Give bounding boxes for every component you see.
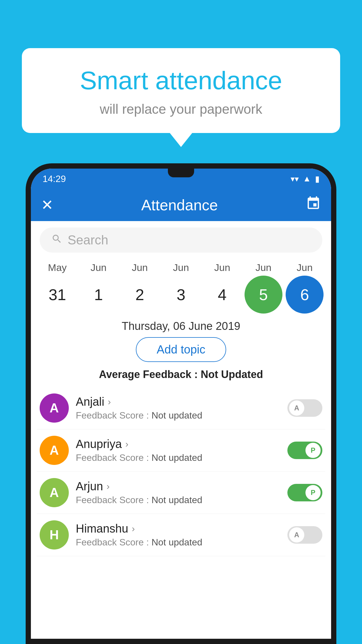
- student-name: Arjun ›: [76, 480, 280, 493]
- battery-icon: ▮: [315, 174, 319, 184]
- cal-month: Jun: [121, 262, 159, 273]
- phone-screen: 14:29 ▾▾ ▲ ▮ ✕ Attendance: [31, 169, 331, 639]
- calendar-dates: 31123456: [37, 276, 325, 314]
- chevron-icon: ›: [125, 439, 129, 449]
- student-row[interactable]: HHimanshu ›Feedback Score : Not updatedA: [37, 514, 325, 556]
- search-bar[interactable]: Search: [40, 228, 322, 253]
- cal-date[interactable]: 3: [162, 276, 200, 314]
- close-icon[interactable]: ✕: [41, 197, 53, 214]
- feedback-summary-value: Not Updated: [201, 368, 263, 380]
- toggle-knob: P: [305, 443, 321, 458]
- student-row[interactable]: AAnjali ›Feedback Score : Not updatedA: [37, 387, 325, 429]
- student-name: Anupriya ›: [76, 438, 280, 451]
- cal-date[interactable]: 2: [121, 276, 159, 314]
- signal-icon: ▲: [303, 174, 311, 183]
- calendar-icon[interactable]: [306, 196, 321, 214]
- feedback-value: Not updated: [152, 410, 202, 421]
- status-icons: ▾▾ ▲ ▮: [291, 174, 319, 184]
- feedback-value: Not updated: [152, 495, 202, 505]
- student-info: Himanshu ›Feedback Score : Not updated: [76, 522, 280, 548]
- cal-date[interactable]: 1: [80, 276, 117, 314]
- speech-bubble-container: Smart attendance will replace your paper…: [22, 48, 340, 133]
- cal-date[interactable]: 6: [286, 276, 324, 314]
- feedback-score: Feedback Score : Not updated: [76, 410, 280, 421]
- cal-date[interactable]: 31: [38, 276, 76, 314]
- chevron-icon: ›: [108, 396, 111, 407]
- chevron-icon: ›: [106, 481, 110, 492]
- cal-date[interactable]: 5: [245, 276, 282, 314]
- attendance-toggle[interactable]: A: [287, 399, 322, 417]
- app-bar-title: Attendance: [141, 196, 218, 214]
- calendar-strip: MayJunJunJunJunJunJun 31123456: [31, 259, 331, 314]
- bubble-title: Smart attendance: [36, 66, 326, 95]
- wifi-icon: ▾▾: [291, 174, 299, 184]
- avatar: H: [40, 520, 69, 550]
- speech-bubble: Smart attendance will replace your paper…: [22, 48, 340, 133]
- chevron-icon: ›: [132, 523, 135, 534]
- attendance-toggle[interactable]: P: [287, 442, 322, 459]
- add-topic-button[interactable]: Add topic: [136, 337, 226, 362]
- date-info: Thursday, 06 June 2019: [31, 320, 331, 332]
- feedback-score: Feedback Score : Not updated: [76, 452, 280, 463]
- feedback-value: Not updated: [152, 452, 202, 463]
- cal-date[interactable]: 4: [203, 276, 241, 314]
- toggle-knob: A: [289, 527, 304, 542]
- toggle-knob: A: [289, 400, 304, 416]
- search-icon: [51, 233, 62, 247]
- cal-month: Jun: [286, 262, 324, 273]
- student-row[interactable]: AAnupriya ›Feedback Score : Not updatedP: [37, 429, 325, 472]
- student-list: AAnjali ›Feedback Score : Not updatedAAA…: [31, 387, 331, 556]
- search-placeholder: Search: [68, 233, 108, 247]
- phone-notch: [168, 169, 194, 177]
- student-info: Arjun ›Feedback Score : Not updated: [76, 480, 280, 505]
- phone-frame: 14:29 ▾▾ ▲ ▮ ✕ Attendance: [26, 163, 336, 644]
- feedback-score: Feedback Score : Not updated: [76, 495, 280, 505]
- attendance-toggle[interactable]: A: [287, 526, 322, 544]
- selected-date: Thursday, 06 June 2019: [31, 320, 331, 332]
- bubble-subtitle: will replace your paperwork: [36, 101, 326, 117]
- student-name: Himanshu ›: [76, 522, 280, 535]
- feedback-score: Feedback Score : Not updated: [76, 537, 280, 548]
- cal-month: Jun: [245, 262, 282, 273]
- toggle-knob: P: [305, 485, 321, 500]
- calendar-months: MayJunJunJunJunJunJun: [37, 262, 325, 273]
- student-name: Anjali ›: [76, 395, 280, 408]
- status-time: 14:29: [43, 174, 66, 184]
- feedback-summary-label: Average Feedback :: [99, 368, 201, 380]
- student-info: Anjali ›Feedback Score : Not updated: [76, 395, 280, 421]
- cal-month: Jun: [80, 262, 117, 273]
- cal-month: Jun: [162, 262, 200, 273]
- feedback-value: Not updated: [152, 537, 202, 547]
- avatar: A: [40, 436, 69, 465]
- avatar: A: [40, 478, 69, 507]
- avatar: A: [40, 393, 69, 423]
- student-row[interactable]: AArjun ›Feedback Score : Not updatedP: [37, 472, 325, 514]
- feedback-summary: Average Feedback : Not Updated: [31, 368, 331, 381]
- attendance-toggle[interactable]: P: [287, 484, 322, 501]
- cal-month: Jun: [203, 262, 241, 273]
- app-bar: ✕ Attendance: [31, 189, 331, 221]
- student-info: Anupriya ›Feedback Score : Not updated: [76, 438, 280, 463]
- cal-month: May: [38, 262, 76, 273]
